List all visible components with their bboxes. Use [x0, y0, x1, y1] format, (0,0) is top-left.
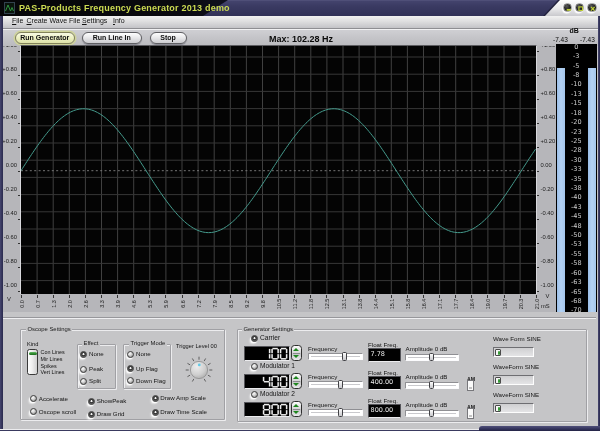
waveform-thumb[interactable]	[495, 349, 501, 356]
db-scale-label: -58	[556, 260, 598, 267]
amp-scale-tick	[537, 171, 540, 172]
db-scale-label: -3	[556, 53, 598, 60]
db-scale-label: -35	[556, 176, 598, 183]
am-checkbox-modulator-2[interactable]	[467, 408, 474, 420]
generator-radio-carrier[interactable]	[251, 335, 258, 342]
amp-scale-label: -0.60	[541, 234, 554, 240]
time-scale-label: 13.1	[340, 297, 346, 312]
kind-list-widget[interactable]	[27, 349, 38, 376]
amp-scale-tick	[537, 51, 540, 52]
time-scale-label: 9.8	[260, 297, 266, 312]
time-scale-label: 17.1	[437, 297, 443, 312]
checkbox-draw-time-scale[interactable]	[152, 409, 159, 416]
checkbox-label-draw-amp-scale: Draw Amp Scale	[160, 395, 206, 402]
frequency-slider-modulator-2[interactable]	[308, 409, 363, 416]
spinner-modulator-2[interactable]	[291, 401, 302, 417]
spinner-up-button[interactable]	[293, 348, 299, 351]
time-scale-label: 14.4	[372, 297, 378, 312]
run-generator-button[interactable]: Run Generator	[15, 32, 76, 45]
time-scale: 0.00.71.32.02.63.33.94.65.35.96.67.27.98…	[3, 294, 556, 312]
menu-item-create-wave-file[interactable]: Create Wave File	[27, 17, 81, 24]
amp-scale-label: -0.20	[4, 186, 17, 192]
stop-button[interactable]: Stop	[150, 32, 187, 45]
time-scale-label: 10.5	[276, 297, 282, 312]
amp-scale-tick	[537, 123, 540, 124]
close-button[interactable]	[587, 3, 597, 13]
frequency-slider-thumb[interactable]	[338, 380, 343, 389]
db-scale-label: -60	[556, 270, 598, 277]
time-scale-label: 13.8	[356, 297, 362, 312]
spinner-modulator-1[interactable]	[291, 373, 302, 389]
kind-item-spikes[interactable]: Spikes	[41, 363, 57, 369]
kind-item-mir-lines[interactable]: Mir Lines	[41, 356, 63, 362]
oscilloscope-display	[20, 45, 537, 295]
time-scale-label: 11.2	[292, 297, 298, 312]
effect-label-peak: Peak	[89, 366, 103, 373]
minimize-button[interactable]	[563, 3, 573, 13]
run-line-in-button[interactable]: Run Line In	[82, 32, 142, 45]
db-scale-label: -23	[556, 129, 598, 136]
waveform-trackbar-carrier[interactable]	[493, 347, 534, 356]
spinner-down-button[interactable]	[293, 355, 299, 358]
time-scale-label: 16.4	[421, 297, 427, 312]
spinner-up-button[interactable]	[293, 404, 299, 407]
amp-scale-label: +0.40	[541, 114, 556, 120]
waveform-label-carrier: Wave Form SINE	[493, 336, 541, 343]
trigger-mode-title: Trigger Mode	[129, 340, 167, 347]
float-freq-label-modulator-1: Float Freq.	[368, 370, 398, 377]
spinner-down-button[interactable]	[293, 383, 299, 386]
amplitude-slider-modulator-1[interactable]	[405, 382, 459, 389]
float-freq-display-carrier: 7.78	[368, 348, 401, 362]
trigger-radio-none[interactable]	[127, 351, 134, 358]
waveform-trackbar-modulator-1[interactable]	[493, 375, 534, 384]
float-freq-display-modulator-1: 400.00	[368, 376, 401, 390]
waveform-thumb[interactable]	[495, 377, 501, 384]
amp-unit-label: V	[7, 296, 11, 302]
level-meter: 0-3-5-8-10-13-15-18-20-23-25-28-30-33-35…	[556, 44, 598, 317]
db-scale-label: -48	[556, 223, 598, 230]
amplitude-slider-thumb[interactable]	[429, 353, 434, 362]
db-scale-label: -65	[556, 289, 598, 296]
amp-scale-label: +0.80	[541, 66, 556, 72]
trigger-level-label: Trigger Level 00	[176, 343, 217, 349]
trigger-label-up-flag: Up Flag	[136, 366, 158, 373]
am-checkbox-modulator-1[interactable]	[467, 380, 474, 392]
generator-radio-modulator-2[interactable]	[251, 391, 258, 398]
amp-scale-label: +1.00	[541, 46, 556, 48]
spinner-carrier[interactable]	[291, 345, 302, 361]
spinner-down-button[interactable]	[293, 411, 299, 414]
effect-radio-peak[interactable]	[80, 366, 87, 373]
waveform-thumb[interactable]	[495, 405, 501, 412]
menu-item-settings[interactable]: Settings	[82, 17, 107, 24]
frequency-slider-carrier[interactable]	[308, 353, 363, 360]
maximize-button[interactable]	[575, 3, 585, 13]
settings-panel: Oscope Settings KindCon LinesMir LinesSp…	[0, 312, 600, 431]
menu-item-info[interactable]: Info	[113, 17, 125, 24]
title-bar[interactable]: PAS-Products Frequency Generator 2013 de…	[0, 0, 600, 16]
amp-scale-label: +0.80	[3, 66, 18, 72]
spinner-up-button[interactable]	[293, 376, 299, 379]
menu-item-file[interactable]: File	[12, 17, 23, 24]
trigger-level-knob[interactable]	[183, 354, 215, 386]
time-scale-label: 15.1	[388, 297, 394, 312]
kind-item-vert-lines[interactable]: Vert Lines	[41, 369, 65, 375]
checkbox-draw-amp-scale[interactable]	[152, 395, 159, 402]
amplitude-slider-thumb[interactable]	[429, 381, 434, 390]
scope-plot	[21, 46, 536, 294]
amplitude-slider-carrier[interactable]	[405, 354, 459, 361]
waveform-trackbar-modulator-2[interactable]	[493, 403, 534, 412]
amplitude-slider-modulator-2[interactable]	[405, 410, 459, 417]
generator-radio-modulator-1[interactable]	[251, 363, 258, 370]
meter-value-right: -7.43	[580, 36, 595, 43]
checkbox-draw-grid[interactable]	[88, 411, 95, 418]
frequency-slider-modulator-1[interactable]	[308, 381, 363, 388]
time-scale-label: 0.7	[34, 297, 40, 312]
db-scale-label: -55	[556, 251, 598, 258]
frequency-slider-thumb[interactable]	[338, 408, 343, 417]
kind-item-con-lines[interactable]: Con Lines	[41, 349, 65, 355]
amp-scale-tick	[537, 99, 540, 100]
amplitude-slider-thumb[interactable]	[429, 409, 434, 418]
effect-radio-split[interactable]	[80, 378, 87, 385]
frequency-slider-thumb[interactable]	[342, 352, 347, 361]
effect-radio-none[interactable]	[80, 351, 87, 358]
